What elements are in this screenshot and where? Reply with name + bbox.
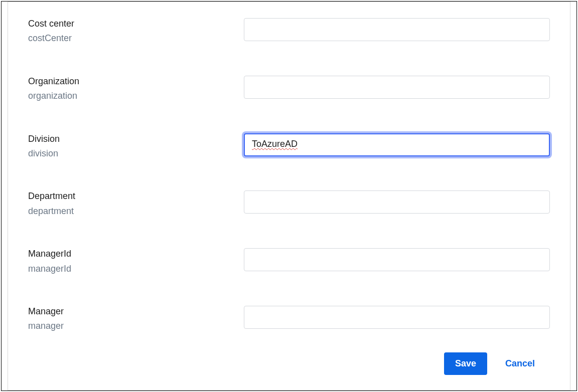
input-column xyxy=(244,76,550,99)
label-column: Organization organization xyxy=(28,76,244,102)
form-panel: Cost center costCenter Organization orga… xyxy=(8,2,570,390)
field-row-costcenter: Cost center costCenter xyxy=(28,18,550,45)
field-variable: costCenter xyxy=(28,33,244,44)
field-row-division: Division division ToAzureAD xyxy=(28,133,550,160)
input-column: ToAzureAD xyxy=(244,133,550,156)
label-column: ManagerId managerId xyxy=(28,248,244,275)
save-button[interactable]: Save xyxy=(444,352,487,375)
field-label: Department xyxy=(28,190,244,202)
cancel-button[interactable]: Cancel xyxy=(505,358,535,369)
field-row-organization: Organization organization xyxy=(28,76,550,102)
field-label: Manager xyxy=(28,306,244,317)
input-column xyxy=(244,306,550,329)
field-row-manager: Manager manager xyxy=(28,306,550,332)
organization-input[interactable] xyxy=(244,76,550,99)
field-label: ManagerId xyxy=(28,248,244,260)
field-row-department: Department department xyxy=(28,190,550,217)
field-variable: department xyxy=(28,206,244,217)
division-input[interactable] xyxy=(244,133,550,156)
label-column: Manager manager xyxy=(28,306,244,332)
label-column: Division division xyxy=(28,133,244,160)
field-variable: organization xyxy=(28,90,244,102)
label-column: Department department xyxy=(28,190,244,217)
field-variable: manager xyxy=(28,320,244,332)
window-frame: Cost center costCenter Organization orga… xyxy=(1,1,577,391)
manager-input[interactable] xyxy=(244,306,550,329)
label-column: Cost center costCenter xyxy=(28,18,244,45)
field-label: Organization xyxy=(28,76,244,87)
button-row: Save Cancel xyxy=(28,352,550,375)
managerid-input[interactable] xyxy=(244,248,550,271)
input-column xyxy=(244,248,550,271)
field-label: Division xyxy=(28,133,244,145)
input-column xyxy=(244,18,550,41)
field-variable: managerId xyxy=(28,263,244,275)
costcenter-input[interactable] xyxy=(244,18,550,41)
department-input[interactable] xyxy=(244,190,550,214)
field-variable: division xyxy=(28,148,244,159)
field-label: Cost center xyxy=(28,18,244,30)
input-column xyxy=(244,190,550,214)
field-row-managerid: ManagerId managerId xyxy=(28,248,550,275)
